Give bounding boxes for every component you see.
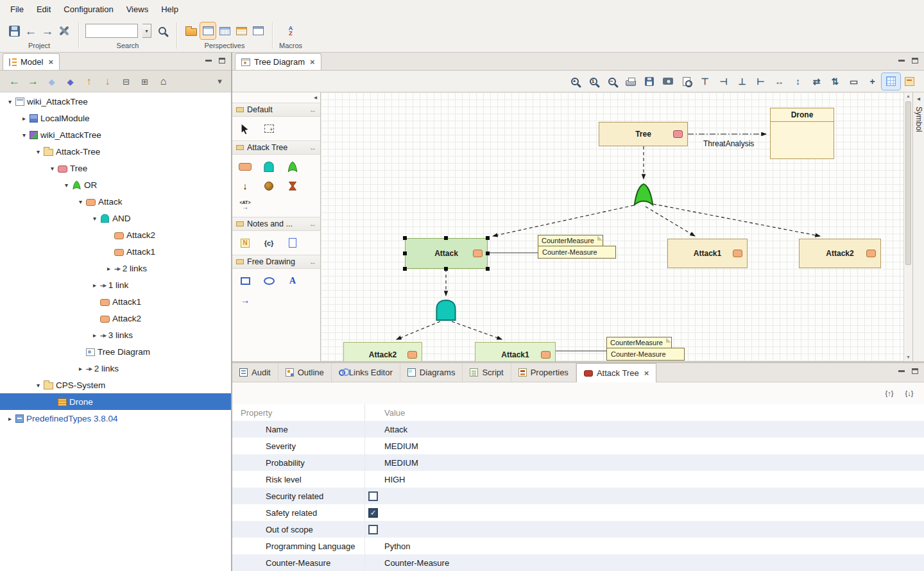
node-and-gate[interactable] bbox=[434, 298, 458, 322]
expander-icon[interactable]: ▾ bbox=[76, 198, 85, 205]
checkbox-unchecked[interactable] bbox=[368, 491, 378, 501]
symbol-panel-strip[interactable]: ◂ Symbol bbox=[912, 92, 924, 361]
tree-item-tree-diagram[interactable]: Tree Diagram bbox=[0, 343, 231, 360]
go-forward-icon[interactable]: → bbox=[24, 72, 42, 89]
align-left-icon[interactable]: ⊣ bbox=[714, 73, 733, 90]
maximize-icon[interactable] bbox=[219, 58, 225, 64]
selection-handle[interactable] bbox=[486, 251, 490, 255]
tree-item-wiki-attacktree[interactable]: ▾wiki_AttackTree bbox=[0, 126, 231, 143]
expand-icon[interactable]: ↔ bbox=[309, 144, 316, 151]
perspective-design-icon[interactable] bbox=[200, 22, 216, 39]
diamond-light-icon[interactable]: ◆ bbox=[42, 73, 61, 90]
property-row-probability[interactable]: ProbabilityMEDIUM bbox=[232, 454, 924, 471]
minimize-icon[interactable] bbox=[898, 60, 905, 62]
palette-item-and-gate[interactable] bbox=[260, 158, 278, 175]
zoom-in-icon[interactable]: + bbox=[565, 73, 584, 90]
snap-icon[interactable]: + bbox=[863, 73, 882, 90]
expander-icon[interactable]: ▸ bbox=[104, 265, 114, 272]
expander-icon[interactable]: ▾ bbox=[62, 182, 71, 189]
tab-tree-diagram[interactable]: Tree Diagram × bbox=[235, 53, 321, 70]
sort-az-icon[interactable]: AZ bbox=[283, 22, 298, 39]
node-countermeasure[interactable]: CounterMeasure Counter-Measure bbox=[538, 235, 616, 259]
selection-handle[interactable] bbox=[444, 236, 448, 240]
home-icon[interactable]: ⌂ bbox=[154, 73, 173, 90]
expander-icon[interactable]: ▸ bbox=[19, 115, 29, 122]
symbol-library-icon[interactable] bbox=[900, 73, 919, 90]
search-dropdown-icon[interactable]: ▾ bbox=[139, 22, 155, 39]
menu-configuration[interactable]: Configuration bbox=[57, 0, 119, 19]
tree-item-attack1[interactable]: Attack1 bbox=[0, 293, 231, 310]
tab-model[interactable]: Model × bbox=[3, 53, 60, 70]
sort-up-icon[interactable]: {↑} bbox=[881, 386, 898, 400]
tree-item-attack-tree[interactable]: ▾Attack-Tree bbox=[0, 143, 231, 160]
palette-item-marquee[interactable]: + bbox=[260, 120, 278, 137]
tab-audit[interactable]: Audit bbox=[232, 363, 278, 382]
palette-item-arrow[interactable]: → bbox=[236, 291, 254, 309]
maximize-icon[interactable] bbox=[912, 368, 918, 374]
tree-item-localmodule[interactable]: ▸LocalModule bbox=[0, 110, 231, 126]
expand-icon[interactable]: ↔ bbox=[309, 258, 316, 266]
distribute-horizontal-icon[interactable]: ↔ bbox=[770, 73, 789, 90]
collapse-all-icon[interactable]: ⊟ bbox=[117, 73, 135, 90]
property-value[interactable]: MEDIUM bbox=[364, 438, 924, 454]
tree-item-cps-system[interactable]: ▾CPS-System bbox=[0, 377, 231, 393]
node-attack[interactable]: Attack bbox=[405, 238, 488, 269]
palette-item-rectangle[interactable] bbox=[236, 272, 254, 289]
edge-or-attack2[interactable] bbox=[653, 204, 820, 236]
expander-icon[interactable]: ▸ bbox=[90, 332, 99, 339]
property-value[interactable]: Counter-Measure bbox=[364, 554, 924, 571]
close-icon[interactable]: × bbox=[644, 369, 649, 377]
view-menu-icon[interactable]: ▾ bbox=[210, 73, 229, 90]
expand-icon[interactable]: ↔ bbox=[309, 220, 316, 228]
screenshot-icon[interactable] bbox=[658, 73, 677, 90]
swap-vertical-icon[interactable]: ⇅ bbox=[826, 73, 844, 90]
expander-icon[interactable]: ▾ bbox=[5, 98, 15, 105]
tree-item-drone[interactable]: Drone bbox=[0, 393, 231, 410]
palette-section-header-notes-and[interactable]: Notes and ...↔ bbox=[232, 217, 320, 231]
diagram-canvas[interactable]: Tree Drone ThreatAnalysis Attack bbox=[321, 92, 903, 361]
node-attack2[interactable]: Attack2 bbox=[799, 239, 881, 268]
node-drone[interactable]: Drone bbox=[770, 108, 834, 159]
expander-icon[interactable]: ▸ bbox=[76, 365, 85, 372]
node-or-gate[interactable] bbox=[632, 182, 655, 207]
property-value[interactable]: Python bbox=[364, 538, 924, 554]
perspective-requirements-icon[interactable] bbox=[234, 22, 249, 39]
search-input[interactable] bbox=[85, 24, 138, 38]
edge-or-attack[interactable] bbox=[493, 205, 634, 236]
tree-item-1-link[interactable]: ▸--▸1 link bbox=[0, 277, 231, 293]
palette-item-sequence-arrow[interactable]: ↓ bbox=[236, 177, 254, 194]
menu-edit[interactable]: Edit bbox=[30, 0, 57, 19]
expander-icon[interactable]: ▸ bbox=[5, 415, 15, 422]
move-up-icon[interactable]: ↑ bbox=[80, 73, 98, 90]
perspective-window-icon[interactable] bbox=[250, 22, 266, 39]
palette-item-or-gate[interactable] bbox=[284, 158, 302, 175]
swap-horizontal-icon[interactable]: ⇄ bbox=[807, 73, 826, 90]
maximize-icon[interactable] bbox=[912, 58, 918, 64]
save-icon[interactable] bbox=[6, 22, 22, 39]
node-tree[interactable]: Tree bbox=[599, 122, 688, 146]
palette-section-header-attack-tree[interactable]: Attack Tree↔ bbox=[232, 141, 320, 155]
tab-script[interactable]: Script bbox=[463, 363, 511, 382]
distribute-vertical-icon[interactable]: ↕ bbox=[789, 73, 807, 90]
close-icon[interactable]: × bbox=[48, 58, 53, 66]
perspective-table-icon[interactable] bbox=[217, 22, 232, 39]
palette-item-attack-node[interactable] bbox=[236, 158, 254, 175]
selection-handle[interactable] bbox=[486, 267, 490, 271]
collapse-palette-icon[interactable]: ◂ bbox=[314, 94, 317, 101]
selection-handle[interactable] bbox=[403, 236, 407, 240]
tree-item-attack2[interactable]: Attack2 bbox=[0, 310, 231, 327]
node-attack2-bottom[interactable]: Attack2 bbox=[343, 342, 422, 361]
tree-item-tree[interactable]: ▾Tree bbox=[0, 160, 231, 176]
tab-attack-tree[interactable]: Attack Tree× bbox=[576, 363, 656, 382]
align-right-icon[interactable]: ⊢ bbox=[751, 73, 770, 90]
preview-icon[interactable] bbox=[677, 73, 696, 90]
property-row-risk-level[interactable]: Risk levelHIGH bbox=[232, 471, 924, 488]
tree-item-2-links[interactable]: ▸--▸2 links bbox=[0, 260, 231, 277]
zoom-out-icon[interactable]: − bbox=[603, 73, 621, 90]
checkbox-checked[interactable]: ✓ bbox=[368, 508, 378, 518]
sort-down-icon[interactable]: {↓} bbox=[901, 386, 918, 400]
property-row-counter-measure[interactable]: Counter-MeasureCounter-Measure bbox=[232, 554, 924, 571]
tools-icon[interactable] bbox=[56, 22, 72, 39]
scroll-down-icon[interactable]: ▼ bbox=[904, 354, 912, 361]
menu-views[interactable]: Views bbox=[120, 0, 155, 19]
